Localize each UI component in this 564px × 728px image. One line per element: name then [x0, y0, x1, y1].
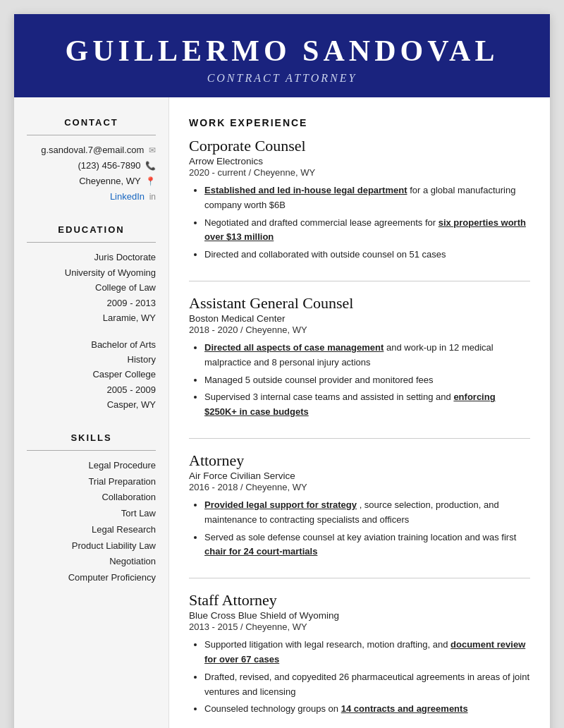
linkedin-link[interactable]: LinkedIn	[110, 191, 147, 202]
contact-linkedin[interactable]: LinkedIn in	[27, 189, 156, 205]
job-meta-2: 2016 - 2018 / Cheyenne, WY	[189, 482, 530, 492]
edu-years-1: 2005 - 2009	[27, 382, 156, 397]
job-bullet-1-0: Directed all aspects of case management …	[204, 341, 530, 370]
job-divider-2	[189, 438, 530, 439]
contact-divider	[27, 135, 156, 135]
job-title-2: Attorney	[189, 451, 530, 470]
job-company-1: Boston Medical Center	[189, 313, 530, 324]
skill-3: Tort Law	[27, 506, 156, 522]
job-bullet-2-0: Provided legal support for strategy , so…	[204, 498, 530, 528]
contact-title: CONTACT	[27, 117, 156, 128]
linkedin-icon: in	[149, 192, 156, 202]
bullet-text: Managed 5 outside counsel provider and m…	[204, 375, 434, 385]
bullet-prefix: Negotiated and drafted commercial lease …	[204, 217, 439, 228]
job-company-3: Blue Cross Blue Shield of Wyoming	[189, 610, 530, 621]
bullet-highlight: Provided legal support for strategy	[204, 499, 357, 510]
resume: GUILLERMO SANDOVAL CONTRACT ATTORNEY CON…	[14, 14, 550, 728]
edu-degree-1: Bachelor of Arts	[27, 337, 156, 352]
work-experience-title: WORK EXPERIENCE	[189, 117, 530, 128]
bullet-text: Drafted, revised, and copyedited 26 phar…	[204, 672, 529, 697]
edu-city-0: Laramie, WY	[27, 310, 156, 325]
skill-6: Negotiation	[27, 554, 156, 570]
job-bullet-3-0: Supported litigation with legal research…	[204, 638, 530, 667]
bullet-highlight: Established and led in-house legal depar…	[204, 185, 407, 195]
job-bullet-1-1: Managed 5 outside counsel provider and m…	[204, 373, 530, 388]
bullet-highlight: chair for 24 court-martials	[204, 546, 317, 557]
bullet-prefix: Served as sole defense counsel at key av…	[204, 532, 516, 542]
resume-body: CONTACT g.sandoval.7@email.com ✉ (123) 4…	[14, 97, 550, 728]
edu-institution-1: History	[27, 352, 156, 367]
location-icon: 📍	[145, 176, 156, 186]
education-divider	[27, 242, 156, 243]
bullet-highlight: 14 contracts and agreements	[341, 703, 468, 714]
job-divider-1	[189, 281, 530, 281]
bullet-highlight: Directed all aspects of case management	[204, 342, 384, 353]
job-bullets-0: Established and led in-house legal depar…	[204, 183, 530, 262]
skill-5: Product Liability Law	[27, 538, 156, 554]
header-title: CONTRACT ATTORNEY	[28, 72, 536, 85]
skill-1: Trial Preparation	[27, 474, 156, 490]
skill-2: Collaboration	[27, 490, 156, 506]
contact-phone: (123) 456-7890 📞	[27, 158, 156, 174]
bullet-prefix: Supported litigation with legal research…	[204, 639, 450, 650]
job-divider-3	[189, 578, 530, 578]
job-0: Corporate Counsel Arrow Electronics 2020…	[189, 137, 530, 262]
education-title: EDUCATION	[27, 224, 156, 235]
job-title-0: Corporate Counsel	[189, 137, 530, 155]
job-bullet-3-2: Counseled technology groups on 14 contra…	[204, 702, 530, 717]
job-bullet-3-1: Drafted, revised, and copyedited 26 phar…	[204, 670, 530, 700]
skill-7: Computer Proficiency	[27, 570, 156, 586]
contact-location: Cheyenne, WY 📍	[27, 174, 156, 189]
contact-email: g.sandoval.7@email.com ✉	[27, 142, 156, 158]
job-bullet-2-1: Served as sole defense counsel at key av…	[204, 530, 530, 560]
skills-divider	[27, 450, 156, 451]
job-title-3: Staff Attorney	[189, 591, 530, 609]
bullet-prefix: Supervised 3 internal case teams and ass…	[204, 392, 453, 402]
job-bullet-0-0: Established and led in-house legal depar…	[204, 183, 530, 213]
job-company-2: Air Force Civilian Service	[189, 471, 530, 481]
edu-institution-0: University of Wyoming	[27, 265, 156, 280]
skill-4: Legal Research	[27, 522, 156, 538]
skills-list: Legal Procedure Trial Preparation Collab…	[27, 458, 156, 586]
job-bullets-1: Directed all aspects of case management …	[204, 341, 530, 420]
edu-school2-0: College of Law	[27, 280, 156, 295]
job-bullets-2: Provided legal support for strategy , so…	[204, 498, 530, 559]
skill-0: Legal Procedure	[27, 458, 156, 474]
edu-block-0: Juris Doctorate University of Wyoming Co…	[27, 250, 156, 325]
job-1: Assistant General Counsel Boston Medical…	[189, 294, 530, 420]
job-meta-3: 2013 - 2015 / Cheyenne, WY	[189, 621, 530, 632]
job-2: Attorney Air Force Civilian Service 2016…	[189, 451, 530, 559]
bullet-prefix: Counseled technology groups on	[204, 703, 341, 714]
email-icon: ✉	[149, 145, 156, 155]
job-bullet-0-1: Negotiated and drafted commercial lease …	[204, 216, 530, 245]
edu-block-1: Bachelor of Arts History Casper College …	[27, 337, 156, 413]
edu-school2-1: Casper College	[27, 367, 156, 382]
job-bullets-3: Supported litigation with legal research…	[204, 638, 530, 717]
job-meta-0: 2020 - current / Cheyenne, WY	[189, 167, 530, 178]
skills-section: SKILLS Legal Procedure Trial Preparation…	[27, 432, 156, 586]
job-meta-1: 2018 - 2020 / Cheyenne, WY	[189, 324, 530, 335]
phone-icon: 📞	[145, 161, 156, 171]
job-title-1: Assistant General Counsel	[189, 294, 530, 313]
job-bullet-0-2: Directed and collaborated with outside c…	[204, 248, 530, 262]
header-name: GUILLERMO SANDOVAL	[28, 34, 536, 68]
sidebar: CONTACT g.sandoval.7@email.com ✉ (123) 4…	[14, 97, 169, 728]
main-content: WORK EXPERIENCE Corporate Counsel Arrow …	[169, 97, 550, 728]
job-3: Staff Attorney Blue Cross Blue Shield of…	[189, 591, 530, 717]
edu-degree-0: Juris Doctorate	[27, 250, 156, 265]
skills-title: SKILLS	[27, 432, 156, 443]
education-section: EDUCATION Juris Doctorate University of …	[27, 224, 156, 412]
edu-years-0: 2009 - 2013	[27, 296, 156, 310]
contact-section: CONTACT g.sandoval.7@email.com ✉ (123) 4…	[27, 117, 156, 205]
edu-city-1: Casper, WY	[27, 397, 156, 412]
job-company-0: Arrow Electronics	[189, 156, 530, 166]
resume-header: GUILLERMO SANDOVAL CONTRACT ATTORNEY	[14, 14, 550, 97]
job-bullet-1-2: Supervised 3 internal case teams and ass…	[204, 390, 530, 420]
bullet-text: Directed and collaborated with outside c…	[204, 249, 446, 260]
